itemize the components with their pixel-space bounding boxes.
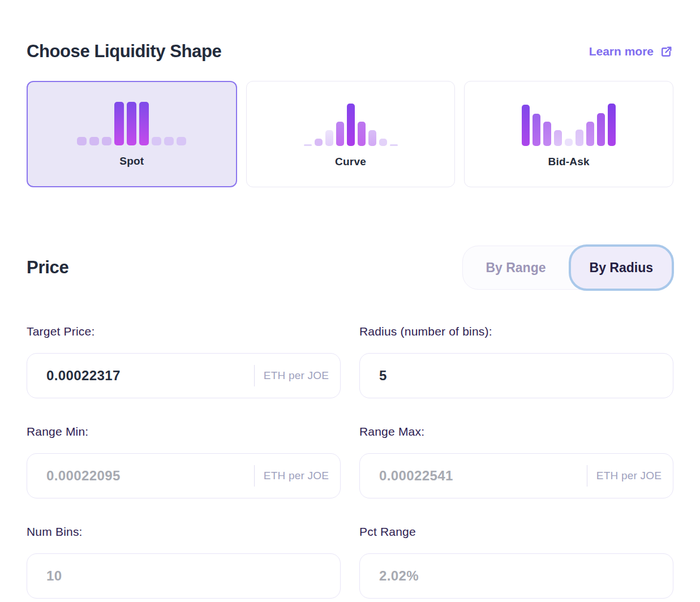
spot-bars-icon — [77, 101, 186, 145]
input-value: 5 — [379, 368, 387, 384]
field-radius: Radius (number of bins): 5 — [359, 325, 673, 398]
learn-more-label: Learn more — [589, 45, 654, 58]
shape-card-bid-ask[interactable]: Bid-Ask — [464, 81, 673, 187]
suffix-unit: ETH per JOE — [264, 470, 329, 482]
bar — [77, 137, 87, 145]
input-value: 2.02% — [379, 568, 419, 584]
input-suffix: ETH per JOE — [587, 465, 662, 487]
radius-input[interactable]: 5 — [359, 353, 673, 398]
shape-card-label: Spot — [119, 154, 144, 168]
learn-more-link[interactable]: Learn more — [589, 45, 673, 59]
range-max-label: Range Max: — [359, 425, 673, 438]
bar — [139, 102, 149, 145]
suffix-unit: ETH per JOE — [264, 369, 329, 382]
bar — [102, 137, 111, 145]
bar — [543, 122, 551, 146]
bar — [608, 104, 616, 146]
price-title: Price — [27, 257, 68, 278]
external-link-icon — [659, 45, 673, 59]
bid-ask-bars-icon — [522, 102, 616, 146]
pct-range-input[interactable]: 2.02% — [359, 553, 673, 599]
field-range-min: Range Min: 0.00022095 ETH per JOE — [27, 425, 341, 498]
input-value: 0.00022095 — [46, 468, 121, 484]
bar — [89, 137, 99, 145]
num-bins-label: Num Bins: — [27, 525, 341, 539]
suffix-unit: ETH per JOE — [596, 470, 662, 482]
bar — [554, 130, 562, 146]
shape-card-curve[interactable]: Curve — [246, 81, 456, 187]
input-value: 0.00022317 — [46, 368, 121, 384]
bar — [127, 102, 136, 145]
bar — [565, 139, 573, 146]
bar — [114, 102, 124, 145]
range-min-input[interactable]: 0.00022095 ETH per JOE — [27, 453, 341, 498]
shape-card-spot[interactable]: Spot — [27, 81, 237, 187]
bar — [522, 105, 530, 146]
bar — [304, 144, 312, 146]
bar — [358, 122, 366, 146]
bar — [347, 104, 355, 146]
shape-card-label: Curve — [335, 155, 366, 169]
field-num-bins: Num Bins: 10 — [27, 525, 341, 599]
field-range-max: Range Max: 0.00022541 ETH per JOE — [359, 425, 673, 498]
range-max-input[interactable]: 0.00022541 ETH per JOE — [359, 453, 673, 498]
price-mode-toggle: By Range By Radius — [462, 246, 673, 290]
bar — [379, 139, 387, 146]
shape-header: Choose Liquidity Shape Learn more — [27, 41, 673, 62]
input-suffix: ETH per JOE — [254, 365, 329, 386]
bar — [368, 130, 376, 146]
bar — [164, 137, 174, 145]
field-pct-range: Pct Range 2.02% — [359, 525, 673, 599]
target-price-input[interactable]: 0.00022317 ETH per JOE — [27, 353, 341, 398]
by-radius-button[interactable]: By Radius — [569, 244, 674, 291]
bar — [315, 139, 323, 146]
liquidity-panel: Choose Liquidity Shape Learn more Spot C… — [0, 41, 700, 599]
curve-bars-icon — [304, 102, 398, 146]
num-bins-input[interactable]: 10 — [27, 553, 341, 599]
range-min-label: Range Min: — [27, 425, 341, 438]
suffix-divider — [254, 365, 255, 386]
bar — [390, 144, 398, 146]
bar — [177, 137, 186, 145]
bar — [325, 130, 333, 146]
shape-card-list: Spot Curve Bid-Ask — [27, 81, 673, 187]
suffix-divider — [254, 465, 255, 487]
bar — [576, 130, 583, 146]
price-fields: Target Price: 0.00022317 ETH per JOE Rad… — [27, 325, 673, 599]
input-value: 10 — [46, 568, 62, 584]
bar — [597, 113, 605, 146]
field-target-price: Target Price: 0.00022317 ETH per JOE — [27, 325, 341, 398]
input-suffix: ETH per JOE — [254, 465, 329, 487]
bar — [532, 114, 540, 146]
bar — [152, 137, 161, 145]
by-range-button[interactable]: By Range — [463, 246, 568, 289]
shape-card-label: Bid-Ask — [548, 155, 590, 169]
radius-label: Radius (number of bins): — [359, 325, 673, 338]
bar — [336, 122, 344, 146]
input-value: 0.00022541 — [379, 468, 453, 484]
pct-range-label: Pct Range — [359, 525, 673, 539]
price-header: Price By Range By Radius — [27, 245, 673, 290]
suffix-divider — [587, 465, 587, 487]
target-price-label: Target Price: — [27, 325, 341, 338]
page-title: Choose Liquidity Shape — [27, 41, 221, 62]
bar — [586, 122, 594, 146]
